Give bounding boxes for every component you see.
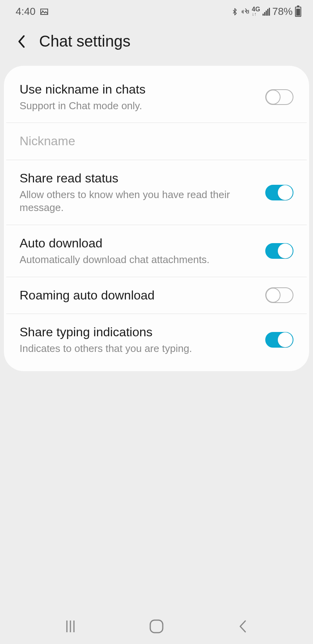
setting-nickname-field[interactable]: Nickname bbox=[6, 123, 307, 160]
setting-subtitle: Indicates to others that you are typing. bbox=[20, 342, 257, 355]
setting-share-read-status[interactable]: Share read status Allow others to know w… bbox=[6, 160, 307, 225]
share-typing-toggle[interactable] bbox=[265, 332, 293, 348]
chevron-left-icon bbox=[238, 619, 247, 633]
setting-share-typing[interactable]: Share typing indications Indicates to ot… bbox=[6, 314, 307, 371]
use-nickname-toggle[interactable] bbox=[265, 89, 293, 105]
signal-icon bbox=[263, 8, 270, 16]
setting-title: Share typing indications bbox=[20, 324, 257, 341]
svg-rect-5 bbox=[150, 620, 163, 633]
page-title: Chat settings bbox=[39, 32, 130, 50]
nav-back-button[interactable] bbox=[233, 617, 252, 636]
setting-title: Nickname bbox=[20, 133, 286, 150]
battery-percent: 78% bbox=[272, 5, 293, 18]
status-time: 4:40 bbox=[16, 5, 36, 18]
status-bar: 4:40 4G↓↑ 78% bbox=[0, 0, 313, 22]
share-read-status-toggle[interactable] bbox=[265, 185, 293, 200]
battery-icon bbox=[295, 7, 301, 17]
auto-download-toggle[interactable] bbox=[265, 243, 293, 259]
home-button[interactable] bbox=[147, 617, 166, 636]
setting-title: Use nickname in chats bbox=[20, 81, 257, 98]
page-header: Chat settings bbox=[0, 22, 313, 66]
status-right: 4G↓↑ 78% bbox=[231, 5, 301, 18]
chevron-left-icon bbox=[17, 34, 25, 49]
recents-button[interactable] bbox=[61, 617, 80, 636]
bluetooth-icon bbox=[231, 7, 239, 16]
setting-use-nickname[interactable]: Use nickname in chats Support in Chat mo… bbox=[6, 66, 307, 123]
setting-roaming-auto-download[interactable]: Roaming auto download bbox=[6, 277, 307, 314]
recents-icon bbox=[65, 620, 76, 633]
home-icon bbox=[149, 619, 164, 634]
navigation-bar bbox=[0, 609, 313, 644]
status-left: 4:40 bbox=[16, 5, 49, 18]
vibrate-icon bbox=[241, 7, 250, 16]
setting-title: Share read status bbox=[20, 170, 257, 187]
settings-card: Use nickname in chats Support in Chat mo… bbox=[4, 66, 309, 371]
network-4g-icon: 4G↓↑ bbox=[252, 7, 260, 16]
svg-rect-0 bbox=[41, 9, 48, 14]
setting-title: Auto download bbox=[20, 235, 257, 252]
setting-title: Roaming auto download bbox=[20, 287, 257, 304]
setting-subtitle: Automatically download chat attachments. bbox=[20, 253, 257, 267]
setting-subtitle: Support in Chat mode only. bbox=[20, 99, 257, 113]
setting-auto-download[interactable]: Auto download Automatically download cha… bbox=[6, 225, 307, 277]
setting-subtitle: Allow others to know when you have read … bbox=[20, 188, 257, 215]
back-button[interactable] bbox=[16, 34, 27, 49]
picture-icon bbox=[40, 7, 49, 16]
roaming-auto-download-toggle[interactable] bbox=[265, 287, 293, 303]
